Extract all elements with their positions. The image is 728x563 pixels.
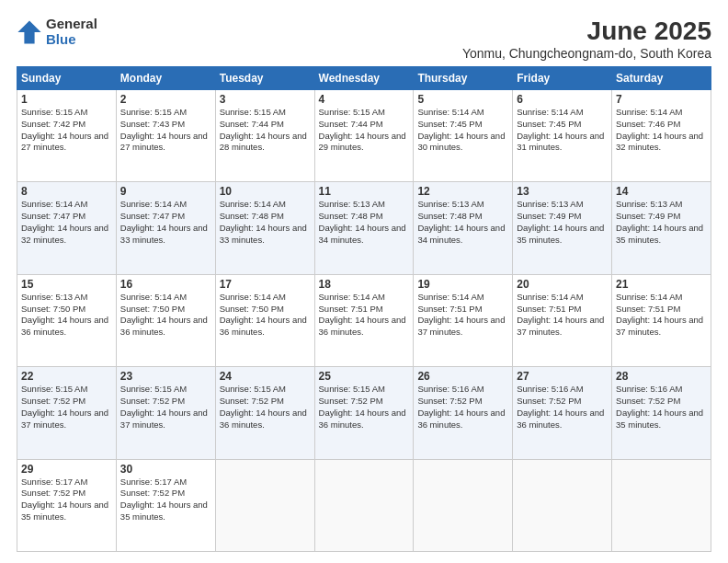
- logo-general: General: [46, 17, 97, 32]
- page: General Blue June 2025 Yonmu, Chungcheon…: [0, 0, 728, 563]
- day-number: 24: [220, 370, 311, 383]
- day-number: 23: [120, 370, 211, 383]
- day-info: Sunrise: 5:14 AMSunset: 7:50 PMDaylight:…: [120, 292, 208, 337]
- day-info: Sunrise: 5:15 AMSunset: 7:43 PMDaylight:…: [120, 107, 208, 152]
- table-cell: 3 Sunrise: 5:15 AMSunset: 7:44 PMDayligh…: [215, 90, 314, 182]
- day-number: 4: [319, 93, 410, 106]
- day-info: Sunrise: 5:16 AMSunset: 7:52 PMDaylight:…: [517, 384, 604, 429]
- table-cell: 27 Sunrise: 5:16 AMSunset: 7:52 PMDaylig…: [513, 367, 612, 459]
- day-info: Sunrise: 5:16 AMSunset: 7:52 PMDaylight:…: [417, 384, 505, 429]
- day-info: Sunrise: 5:15 AMSunset: 7:44 PMDaylight:…: [220, 107, 307, 152]
- day-number: 12: [417, 185, 508, 198]
- col-saturday: Saturday: [612, 67, 711, 90]
- day-number: 9: [120, 185, 211, 198]
- table-cell: 4 Sunrise: 5:15 AMSunset: 7:44 PMDayligh…: [314, 90, 414, 182]
- table-cell: 25 Sunrise: 5:15 AMSunset: 7:52 PMDaylig…: [314, 367, 414, 459]
- calendar-row: 15 Sunrise: 5:13 AMSunset: 7:50 PMDaylig…: [17, 274, 711, 366]
- day-info: Sunrise: 5:15 AMSunset: 7:44 PMDaylight:…: [319, 107, 406, 152]
- table-cell: [612, 459, 711, 551]
- table-cell: 24 Sunrise: 5:15 AMSunset: 7:52 PMDaylig…: [215, 367, 314, 459]
- table-cell: 7 Sunrise: 5:14 AMSunset: 7:46 PMDayligh…: [612, 90, 711, 182]
- table-cell: 5 Sunrise: 5:14 AMSunset: 7:45 PMDayligh…: [414, 90, 513, 182]
- day-info: Sunrise: 5:13 AMSunset: 7:48 PMDaylight:…: [417, 199, 505, 244]
- logo: General Blue: [17, 17, 97, 47]
- day-number: 10: [220, 185, 311, 198]
- day-info: Sunrise: 5:14 AMSunset: 7:48 PMDaylight:…: [220, 199, 307, 244]
- calendar-row: 1 Sunrise: 5:15 AMSunset: 7:42 PMDayligh…: [17, 90, 711, 182]
- table-cell: [215, 459, 314, 551]
- day-info: Sunrise: 5:13 AMSunset: 7:48 PMDaylight:…: [319, 199, 406, 244]
- logo-text: General Blue: [46, 17, 97, 47]
- day-number: 16: [120, 278, 211, 291]
- table-cell: 19 Sunrise: 5:14 AMSunset: 7:51 PMDaylig…: [414, 274, 513, 366]
- col-monday: Monday: [116, 67, 215, 90]
- day-info: Sunrise: 5:14 AMSunset: 7:51 PMDaylight:…: [417, 292, 505, 337]
- table-cell: 22 Sunrise: 5:15 AMSunset: 7:52 PMDaylig…: [17, 367, 117, 459]
- logo-icon: [17, 19, 42, 45]
- svg-marker-0: [17, 20, 40, 43]
- day-info: Sunrise: 5:13 AMSunset: 7:49 PMDaylight:…: [616, 199, 703, 244]
- table-cell: 15 Sunrise: 5:13 AMSunset: 7:50 PMDaylig…: [17, 274, 117, 366]
- day-info: Sunrise: 5:14 AMSunset: 7:47 PMDaylight:…: [120, 199, 208, 244]
- day-info: Sunrise: 5:14 AMSunset: 7:51 PMDaylight:…: [517, 292, 604, 337]
- day-number: 11: [319, 185, 410, 198]
- day-number: 14: [616, 185, 707, 198]
- day-number: 18: [319, 278, 410, 291]
- day-info: Sunrise: 5:15 AMSunset: 7:52 PMDaylight:…: [120, 384, 208, 429]
- col-wednesday: Wednesday: [314, 67, 414, 90]
- table-cell: 18 Sunrise: 5:14 AMSunset: 7:51 PMDaylig…: [314, 274, 414, 366]
- day-number: 19: [417, 278, 508, 291]
- day-number: 15: [21, 278, 112, 291]
- day-number: 27: [517, 370, 608, 383]
- col-sunday: Sunday: [17, 67, 117, 90]
- table-cell: 20 Sunrise: 5:14 AMSunset: 7:51 PMDaylig…: [513, 274, 612, 366]
- day-info: Sunrise: 5:14 AMSunset: 7:51 PMDaylight:…: [319, 292, 406, 337]
- day-info: Sunrise: 5:14 AMSunset: 7:50 PMDaylight:…: [220, 292, 307, 337]
- day-info: Sunrise: 5:17 AMSunset: 7:52 PMDaylight:…: [21, 477, 108, 522]
- day-number: 7: [616, 93, 707, 106]
- table-cell: 9 Sunrise: 5:14 AMSunset: 7:47 PMDayligh…: [116, 182, 215, 274]
- calendar-row: 22 Sunrise: 5:15 AMSunset: 7:52 PMDaylig…: [17, 367, 711, 459]
- table-cell: 30 Sunrise: 5:17 AMSunset: 7:52 PMDaylig…: [116, 459, 215, 551]
- table-cell: 2 Sunrise: 5:15 AMSunset: 7:43 PMDayligh…: [116, 90, 215, 182]
- day-info: Sunrise: 5:14 AMSunset: 7:47 PMDaylight:…: [21, 199, 108, 244]
- table-cell: 10 Sunrise: 5:14 AMSunset: 7:48 PMDaylig…: [215, 182, 314, 274]
- day-info: Sunrise: 5:16 AMSunset: 7:52 PMDaylight:…: [616, 384, 703, 429]
- day-number: 22: [21, 370, 112, 383]
- header: General Blue June 2025 Yonmu, Chungcheon…: [17, 17, 711, 61]
- table-cell: [414, 459, 513, 551]
- table-cell: 12 Sunrise: 5:13 AMSunset: 7:48 PMDaylig…: [414, 182, 513, 274]
- day-number: 29: [21, 463, 112, 476]
- logo-blue: Blue: [46, 32, 97, 48]
- day-info: Sunrise: 5:13 AMSunset: 7:49 PMDaylight:…: [517, 199, 604, 244]
- day-info: Sunrise: 5:15 AMSunset: 7:42 PMDaylight:…: [21, 107, 108, 152]
- day-number: 2: [120, 93, 211, 106]
- table-cell: 6 Sunrise: 5:14 AMSunset: 7:45 PMDayligh…: [513, 90, 612, 182]
- day-info: Sunrise: 5:13 AMSunset: 7:50 PMDaylight:…: [21, 292, 108, 337]
- day-number: 20: [517, 278, 608, 291]
- header-row: Sunday Monday Tuesday Wednesday Thursday…: [17, 67, 711, 90]
- col-thursday: Thursday: [414, 67, 513, 90]
- sub-title: Yonmu, Chungcheongnam-do, South Korea: [462, 46, 711, 61]
- calendar-table: Sunday Monday Tuesday Wednesday Thursday…: [17, 66, 711, 552]
- table-cell: 21 Sunrise: 5:14 AMSunset: 7:51 PMDaylig…: [612, 274, 711, 366]
- day-number: 30: [120, 463, 211, 476]
- table-cell: [314, 459, 414, 551]
- day-info: Sunrise: 5:14 AMSunset: 7:46 PMDaylight:…: [616, 107, 703, 152]
- calendar-row: 29 Sunrise: 5:17 AMSunset: 7:52 PMDaylig…: [17, 459, 711, 551]
- table-cell: 29 Sunrise: 5:17 AMSunset: 7:52 PMDaylig…: [17, 459, 117, 551]
- table-cell: 13 Sunrise: 5:13 AMSunset: 7:49 PMDaylig…: [513, 182, 612, 274]
- day-info: Sunrise: 5:15 AMSunset: 7:52 PMDaylight:…: [319, 384, 406, 429]
- day-number: 13: [517, 185, 608, 198]
- day-number: 1: [21, 93, 112, 106]
- day-info: Sunrise: 5:15 AMSunset: 7:52 PMDaylight:…: [220, 384, 307, 429]
- day-number: 17: [220, 278, 311, 291]
- day-number: 25: [319, 370, 410, 383]
- day-number: 28: [616, 370, 707, 383]
- table-cell: 17 Sunrise: 5:14 AMSunset: 7:50 PMDaylig…: [215, 274, 314, 366]
- day-number: 6: [517, 93, 608, 106]
- day-number: 26: [417, 370, 508, 383]
- table-cell: 28 Sunrise: 5:16 AMSunset: 7:52 PMDaylig…: [612, 367, 711, 459]
- day-number: 21: [616, 278, 707, 291]
- table-cell: [513, 459, 612, 551]
